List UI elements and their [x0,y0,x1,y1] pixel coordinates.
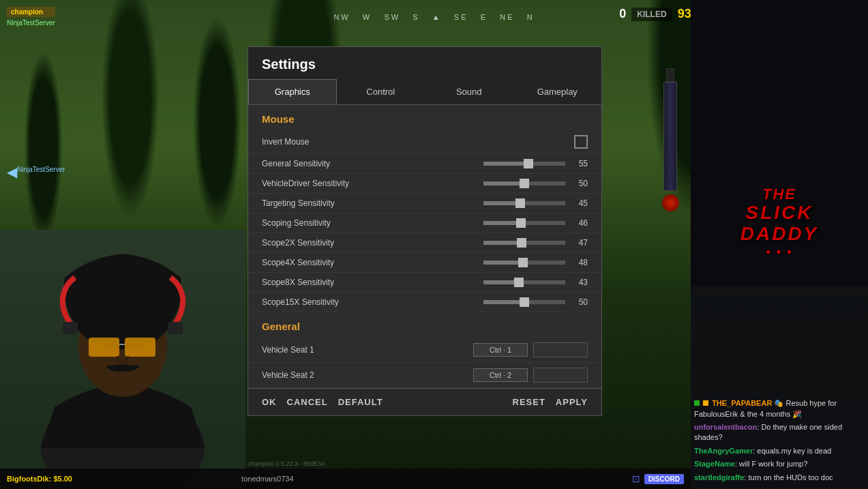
scope-body [663,82,677,191]
scope8x-thumb[interactable] [514,278,524,287]
general-sensitivity-row: General Sensitivity 55 [248,154,601,174]
scope8x-value: 43 [571,278,588,287]
vehicle-seat-1-secondary[interactable] [533,342,588,357]
vehicle-seat-2-row: Vehicle Seat 2 Ctrl · 2 [248,363,601,388]
targeting-sensitivity-track[interactable] [483,201,565,205]
general-sensitivity-label: General Sensitivity [262,159,483,168]
scope15x-control: 50 [483,297,588,307]
targeting-sensitivity-thumb[interactable] [515,198,525,208]
invert-mouse-row: Invert Mouse [248,130,601,154]
vehicle-seat-1-keybind[interactable]: Ctrl · 1 [473,343,528,357]
scope2x-track[interactable] [483,241,565,245]
vehicle-driver-fill [483,181,524,186]
targeting-sensitivity-fill [483,201,520,205]
tab-sound[interactable]: Sound [425,79,513,104]
vehicle-seat-2-label: Vehicle Seat 2 [262,370,473,380]
streamer-silhouette [7,230,239,489]
svg-rect-5 [168,322,183,334]
nav-name: NinjaTestServer [17,166,65,173]
club-text-1: THE [698,186,861,203]
general-sensitivity-track[interactable] [483,162,565,166]
settings-panel: Settings Graphics Control Sound Gameplay… [248,46,602,416]
tab-control[interactable]: Control [337,79,425,104]
tab-gameplay[interactable]: Gameplay [513,79,602,104]
cancel-button[interactable]: CANCEL [287,397,328,407]
username-text: tonedmars0734 [241,475,293,483]
killed-count: 0 [619,7,626,21]
scope8x-track[interactable] [483,280,565,284]
vehicle-driver-value: 50 [571,179,588,188]
chat-panel: THE SLICK DADDY • • • THE_PAPABEAR 🎭 Res… [691,0,868,489]
discord-icon: ⊡ [632,473,640,484]
scope4x-value: 48 [571,258,588,267]
compass: NW W SW S ▲ SE E NE N [333,13,534,21]
vehicle-driver-sensitivity-row: VehicleDriver Sensitivity 50 [248,174,601,194]
club-text-4: • • • [698,245,861,259]
scope4x-track[interactable] [483,261,565,265]
vehicle-driver-track[interactable] [483,181,565,186]
scope15x-label: Scope15X Sensitivity [262,297,483,307]
scope15x-value: 50 [571,297,588,307]
chat-top-area: THE SLICK DADDY • • • [691,0,868,286]
scoping-sensitivity-control: 46 [483,218,588,228]
scope2x-fill [483,241,522,245]
chat-user-1: THE_PAPABEAR [712,399,772,407]
vehicle-seat-2-keybind[interactable]: Ctrl · 2 [473,368,528,382]
scope2x-thumb[interactable] [517,238,526,248]
chat-msg-1: THE_PAPABEAR 🎭 Resub hype for FabulousEr… [694,398,865,419]
killed-label: KILLED [631,8,672,21]
vehicle-seat-2-control: Ctrl · 2 [473,368,588,383]
scope8x-sensitivity-row: Scope8X Sensitivity 43 [248,273,601,293]
scope2x-sensitivity-row: Scope2X Sensitivity 47 [248,233,601,253]
version-text: champion 2.5.22.3 - 650E3A [248,460,325,467]
scoping-sensitivity-thumb[interactable] [516,218,526,228]
vehicle-driver-control: 50 [483,179,588,188]
chat-msg-3: TheAngryGamer: equals.my key is dead [694,446,865,456]
chat-text-3: equals.my key is dead [757,447,831,455]
invert-mouse-checkbox[interactable] [574,135,588,149]
scoping-sensitivity-label: Scoping Sensitivity [262,218,483,228]
general-sensitivity-thumb[interactable] [524,159,533,168]
default-button[interactable]: DEFAULT [338,397,383,407]
scope2x-value: 47 [571,238,588,248]
targeting-sensitivity-value: 45 [571,198,588,208]
vehicle-driver-thumb[interactable] [520,179,529,188]
footer-right-buttons: RESET APPLY [513,397,588,407]
ok-button[interactable]: OK [262,397,277,407]
vehicle-driver-label: VehicleDriver Sensitivity [262,179,483,188]
general-sensitivity-control: 55 [483,159,588,168]
tab-graphics[interactable]: Graphics [248,79,337,104]
chat-msg-4: StageName: will F work for jump? [694,459,865,469]
chat-user-3: TheAngryGamer [694,447,753,455]
chat-user-4: StageName [694,460,735,468]
scope15x-thumb[interactable] [520,297,529,307]
discord-badge: DISCORD [644,474,684,484]
chat-text-4: will F work for jump? [739,460,807,468]
bottom-bar: BigfootsDik: $5.00 tonedmars0734 ⊡ DISCO… [0,469,691,489]
targeting-sensitivity-control: 45 [483,198,588,208]
donation-text: BigfootsDik: $5.00 [7,475,72,483]
scoping-sensitivity-track[interactable] [483,221,565,225]
vehicle-seat-1-row: Vehicle Seat 1 Ctrl · 1 [248,338,601,363]
scope2x-control: 47 [483,238,588,248]
chat-messages: THE_PAPABEAR 🎭 Resub hype for FabulousEr… [691,286,868,489]
scope4x-sensitivity-row: Scope4X Sensitivity 48 [248,253,601,273]
chat-msg-5: startledgiraffe: turn on the HUDs too do… [694,473,865,483]
streamer-background [0,230,245,489]
footer-left-buttons: OK CANCEL DEFAULT [262,397,383,407]
chat-avatar-1: 🎭 [774,399,783,407]
scope15x-sensitivity-row: Scope15X Sensitivity 50 [248,293,601,312]
nav-arrow: ◀ [7,164,17,180]
svg-rect-7 [125,338,155,357]
scoping-sensitivity-fill [483,221,521,225]
vehicle-seat-2-secondary[interactable] [533,368,588,383]
chat-user-5: startledgiraffe [694,473,744,481]
apply-button[interactable]: APPLY [556,397,588,407]
general-sensitivity-value: 55 [571,159,588,168]
scope15x-track[interactable] [483,300,565,304]
alive-count: 93 [678,7,691,21]
chat-user-2: unforsalentbacon [694,423,757,431]
scope-top [666,68,674,82]
reset-button[interactable]: RESET [513,397,545,407]
scope4x-thumb[interactable] [518,258,528,267]
